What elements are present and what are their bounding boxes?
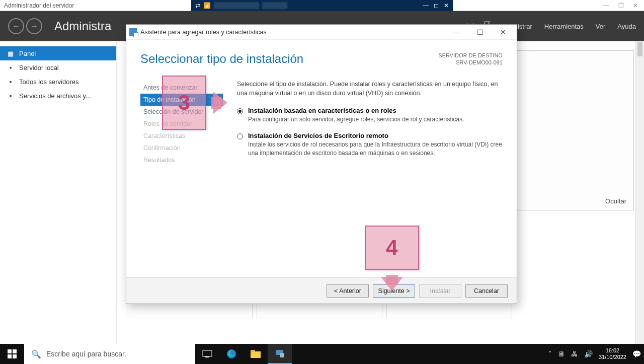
annotation-callout-3: 3 — [162, 76, 206, 130]
option-title: Instalación de Servicios de Escritorio r… — [248, 132, 388, 139]
option-title: Instalación basada en características o … — [248, 107, 396, 114]
tray-volume-icon[interactable]: 🔊 — [584, 350, 593, 358]
menu-tools[interactable]: Herramientas — [544, 23, 584, 30]
taskbar-server-manager[interactable] — [268, 344, 292, 364]
step-confirmation: Confirmación — [140, 142, 223, 154]
option-desc: Para configurar un solo servidor, agregu… — [248, 115, 464, 124]
connection-icon: ⇄ — [195, 2, 200, 9]
wizard-intro: Seleccione el tipo de instalación. Puede… — [237, 80, 503, 98]
inner-min-button[interactable]: — — [423, 2, 429, 9]
svg-rect-2 — [8, 354, 12, 358]
vm-inner-titlebar: ⇄ 📶 — ◻ ✕ — [191, 0, 453, 11]
menu-help[interactable]: Ayuda — [617, 23, 636, 30]
taskbar-explorer[interactable] — [244, 344, 268, 364]
sidenav: ▦ Panel ▪ Servidor local ▪ Todos los ser… — [0, 41, 117, 344]
wizard-title: Asistente para agregar roles y caracterí… — [140, 29, 267, 36]
svg-rect-10 — [280, 353, 284, 357]
search-icon: 🔍 — [31, 349, 41, 359]
cancel-button[interactable]: Cancelar — [465, 284, 508, 298]
tray-overflow-icon[interactable]: ˄ — [548, 350, 552, 358]
destination-info: SERVIDOR DE DESTINO SRV-DEMO00-091 — [439, 52, 503, 66]
task-view-button[interactable] — [195, 344, 219, 364]
arrow-down-icon — [381, 277, 403, 291]
vm-name-blur — [262, 2, 287, 9]
scrollbar[interactable] — [635, 41, 644, 344]
hide-link[interactable]: Ocultar — [605, 197, 626, 205]
taskbar: 🔍 Escribe aquí para buscar. ˄ 🖥 🖧 🔊 16:0… — [0, 344, 644, 364]
install-button: Instalar — [419, 284, 461, 298]
wizard-titlebar[interactable]: Asistente para agregar roles y caracterí… — [126, 25, 517, 40]
vm-app-title: Administrador del servidor — [4, 2, 74, 9]
nav-back-button[interactable]: ← — [8, 18, 24, 34]
svg-rect-0 — [8, 349, 12, 353]
wizard-heading: Seleccionar tipo de instalación — [140, 52, 303, 66]
inner-max-button[interactable]: ◻ — [434, 2, 439, 9]
sidenav-label: Servidor local — [19, 64, 59, 71]
servers-icon: ▪ — [7, 78, 14, 86]
sidenav-file-services[interactable]: ▪ Servicios de archivos y... — [0, 89, 116, 103]
callout-number: 4 — [386, 236, 397, 260]
tray-network-icon[interactable]: 🖧 — [571, 350, 578, 358]
taskbar-search[interactable]: 🔍 Escribe aquí para buscar. — [24, 344, 195, 364]
outer-min-button[interactable]: — — [603, 2, 609, 9]
taskbar-clock[interactable]: 16:02 31/10/2022 — [599, 347, 626, 360]
server-icon: ▪ — [7, 64, 14, 71]
tray-display-icon[interactable]: 🖥 — [558, 350, 565, 358]
action-center-icon[interactable]: 💬 — [632, 350, 641, 358]
start-button[interactable] — [0, 344, 24, 364]
menu-view[interactable]: Ver — [596, 23, 606, 30]
svg-rect-8 — [251, 350, 255, 352]
destination-value: SRV-DEMO00-091 — [439, 59, 503, 66]
clock-date: 31/10/2022 — [599, 354, 626, 360]
svg-rect-3 — [13, 354, 17, 358]
sidenav-label: Todos los servidores — [19, 78, 79, 86]
search-placeholder: Escribe aquí para buscar. — [46, 350, 126, 358]
svg-rect-4 — [203, 350, 212, 356]
system-tray: ˄ 🖥 🖧 🔊 16:02 31/10/2022 💬 — [548, 347, 644, 360]
vm-titlebar: Administrador del servidor ⇄ 📶 — ◻ ✕ — ❐… — [0, 0, 644, 11]
wizard-min-button[interactable]: — — [446, 26, 467, 38]
option-rds[interactable]: Instalación de Servicios de Escritorio r… — [237, 132, 503, 158]
radio-rds[interactable] — [237, 133, 243, 139]
sidenav-label: Servicios de archivos y... — [19, 92, 91, 100]
wizard-content: Seleccione el tipo de instalación. Puede… — [223, 80, 503, 166]
wizard-app-icon — [129, 28, 137, 36]
dashboard-icon: ▦ — [7, 50, 14, 57]
sidenav-label: Panel — [19, 50, 36, 57]
svg-rect-1 — [13, 349, 17, 353]
sidenav-panel[interactable]: ▦ Panel — [0, 46, 116, 60]
outer-max-button[interactable]: ❐ — [618, 2, 624, 9]
taskbar-edge[interactable] — [219, 344, 244, 364]
annotation-callout-4: 4 — [365, 226, 419, 270]
signal-icon: 📶 — [203, 2, 211, 9]
arrow-right-icon — [213, 92, 227, 114]
nav-forward-button[interactable]: → — [26, 18, 42, 34]
clock-time: 16:02 — [599, 347, 626, 354]
step-features: Características — [140, 130, 223, 142]
option-desc: Instale los servicios de rol necesarios … — [248, 140, 503, 158]
svg-rect-5 — [205, 356, 209, 357]
callout-number: 3 — [178, 91, 190, 115]
wizard-max-button[interactable]: ☐ — [469, 26, 491, 38]
option-role-based[interactable]: Instalación basada en características o … — [237, 107, 503, 124]
destination-label: SERVIDOR DE DESTINO — [439, 52, 503, 59]
prev-button[interactable]: < Anterior — [327, 284, 369, 298]
wizard-close-button[interactable]: ✕ — [493, 26, 514, 38]
vm-name-blur — [214, 2, 259, 9]
add-roles-wizard: Asistente para agregar roles y caracterí… — [126, 24, 517, 304]
sidenav-local-server[interactable]: ▪ Servidor local — [0, 60, 116, 75]
outer-close-button[interactable]: ✕ — [633, 2, 638, 9]
wizard-footer: < Anterior Siguiente > Instalar Cancelar — [126, 277, 517, 304]
radio-role-based[interactable] — [237, 108, 243, 114]
step-results: Resultados — [140, 154, 223, 166]
inner-close-button[interactable]: ✕ — [444, 2, 449, 9]
sm-title: Administra — [54, 19, 111, 33]
sidenav-all-servers[interactable]: ▪ Todos los servidores — [0, 75, 116, 89]
files-icon: ▪ — [7, 92, 14, 100]
